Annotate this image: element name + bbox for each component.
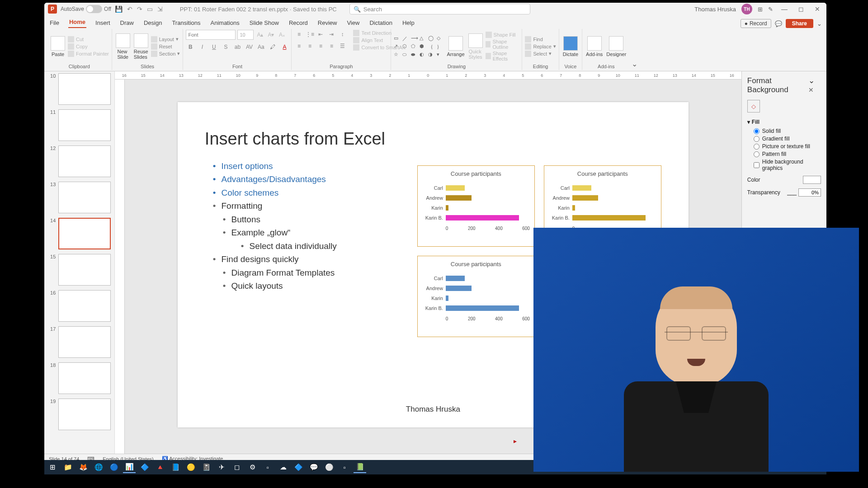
text-direction-button[interactable]: Text Direction	[353, 30, 405, 36]
shape-effects-button[interactable]: Shape Effects	[486, 51, 519, 61]
tab-animations[interactable]: Animations	[210, 18, 241, 28]
font-size-combo[interactable]	[237, 30, 254, 40]
tab-view[interactable]: View	[346, 18, 360, 28]
section-button[interactable]: Section ▾	[151, 51, 180, 57]
shape-fill-button[interactable]: Shape Fill	[486, 32, 519, 38]
check-hide-bg[interactable]	[754, 162, 760, 168]
underline-icon[interactable]: U	[209, 42, 218, 52]
italic-icon[interactable]: I	[198, 42, 207, 52]
columns-icon[interactable]: ☰	[338, 42, 347, 51]
find-button[interactable]: Find	[525, 36, 556, 42]
replace-button[interactable]: Replace ▾	[525, 43, 556, 50]
tab-review[interactable]: Review	[317, 18, 338, 28]
app-icon-2[interactable]: 📘	[169, 461, 182, 473]
indent-dec-icon[interactable]: ⇤	[316, 30, 325, 39]
chart-0[interactable]: Course participantsCarlAndrewKarinKarin …	[417, 165, 535, 247]
reset-button[interactable]: Reset	[151, 43, 180, 50]
fill-section-header[interactable]: ▾ Fill	[747, 119, 821, 125]
autosave-switch[interactable]	[86, 5, 102, 13]
tab-help[interactable]: Help	[401, 18, 415, 28]
bullets-icon[interactable]: ≡	[294, 30, 303, 39]
present-icon[interactable]: ⊞	[758, 6, 763, 13]
app-icon-10[interactable]: ▫	[338, 461, 351, 473]
fill-tab-icon[interactable]: ◇	[747, 100, 760, 113]
case-icon[interactable]: Aa	[256, 42, 265, 52]
strike-icon[interactable]: S	[221, 42, 230, 52]
explorer-icon[interactable]: 📁	[61, 461, 74, 473]
opt-gradient-fill[interactable]: Gradient fill	[754, 136, 821, 142]
start-icon[interactable]: ⊞	[46, 461, 59, 473]
font-name-combo[interactable]	[186, 30, 236, 40]
shadow-icon[interactable]: ab	[233, 42, 242, 52]
designer-button[interactable]: Designer	[605, 35, 627, 58]
justify-icon[interactable]: ≡	[327, 42, 336, 51]
undo-icon[interactable]: ↶	[127, 5, 132, 13]
dictate-button[interactable]: Dictate	[562, 35, 579, 58]
user-avatar[interactable]: TH	[741, 4, 752, 14]
slide-thumbnails-panel[interactable]: 10111213141516171819	[44, 71, 115, 454]
tab-home[interactable]: Home	[68, 17, 86, 28]
minimize-icon[interactable]: —	[778, 5, 790, 13]
app-icon-1[interactable]: 🔷	[138, 461, 151, 473]
tab-slideshow[interactable]: Slide Show	[249, 18, 280, 28]
thumb-16[interactable]: 16	[48, 290, 111, 322]
quick-styles-button[interactable]: Quick Styles	[467, 33, 484, 61]
opt-picture-fill[interactable]: Picture or texture fill	[754, 143, 821, 150]
maximize-icon[interactable]: ◻	[796, 5, 807, 13]
save-icon[interactable]: 💾	[115, 5, 123, 13]
color-swatch[interactable]	[803, 176, 821, 184]
app-icon-6[interactable]: ▫	[261, 461, 274, 473]
tab-transitions[interactable]: Transitions	[171, 18, 201, 28]
new-slide-button[interactable]: New Slide	[115, 33, 131, 61]
chart-2[interactable]: Course participantsCarlAndrewKarinKarin …	[417, 256, 535, 337]
indent-inc-icon[interactable]: ⇥	[327, 30, 336, 39]
thumb-12[interactable]: 12	[48, 145, 111, 177]
cut-button[interactable]: Cut	[68, 36, 109, 42]
numbering-icon[interactable]: ⋮≡	[305, 30, 314, 39]
share-button[interactable]: Share	[786, 19, 813, 28]
collapse-ribbon-icon[interactable]: ⌄	[630, 58, 639, 70]
radio-pattern[interactable]	[754, 151, 760, 157]
app-icon-9[interactable]: ⚪	[323, 461, 335, 473]
shape-outline-button[interactable]: Shape Outline	[486, 39, 519, 50]
align-text-button[interactable]: Align Text	[353, 37, 405, 43]
paste-button[interactable]: Paste	[50, 35, 66, 58]
thumb-17[interactable]: 17	[48, 326, 111, 358]
copy-button[interactable]: Copy	[68, 43, 109, 50]
thumb-13[interactable]: 13	[48, 182, 111, 213]
onenote-icon[interactable]: 📓	[200, 461, 212, 473]
pen-icon[interactable]: ✎	[768, 6, 773, 13]
reuse-slides-button[interactable]: Reuse Slides	[133, 33, 149, 61]
app-icon-3[interactable]: 🟡	[184, 461, 197, 473]
thumb-18[interactable]: 18	[48, 362, 111, 394]
app-icon-4[interactable]: ◻	[231, 461, 243, 473]
highlight-icon[interactable]: 🖍	[268, 42, 277, 52]
whatsapp-icon[interactable]: 💬	[307, 461, 320, 473]
search-box[interactable]: 🔍 Search	[349, 4, 530, 14]
spacing-icon[interactable]: AV	[245, 42, 254, 52]
decrease-font-icon[interactable]: A▾	[266, 30, 275, 39]
clear-format-icon[interactable]: Aₓ	[277, 30, 286, 39]
transparency-slider[interactable]: ⎯⎯⎯	[787, 189, 797, 196]
pane-options-icon[interactable]: ⌄	[808, 76, 815, 85]
powerpoint-taskbar-icon[interactable]: 📊	[123, 461, 136, 473]
vlc-icon[interactable]: 🔺	[154, 461, 166, 473]
record-button[interactable]: ● Record	[741, 19, 771, 28]
line-spacing-icon[interactable]: ↕	[338, 30, 347, 39]
excel-taskbar-icon[interactable]: 📗	[354, 461, 366, 473]
layout-button[interactable]: Layout ▾	[151, 36, 180, 42]
align-left-icon[interactable]: ≡	[294, 42, 303, 51]
ribbon-options-icon[interactable]: ⌄	[817, 20, 822, 27]
radio-gradient[interactable]	[754, 136, 760, 142]
chrome-icon[interactable]: 🌐	[92, 461, 105, 473]
transparency-input[interactable]	[798, 188, 821, 197]
telegram-icon[interactable]: ✈	[215, 461, 228, 473]
app-icon-8[interactable]: 🔷	[292, 461, 305, 473]
edge-icon[interactable]: 🔵	[108, 461, 120, 473]
tab-record[interactable]: Record	[288, 18, 309, 28]
thumb-11[interactable]: 11	[48, 109, 111, 141]
pane-close-icon[interactable]: ✕	[808, 86, 814, 94]
bold-icon[interactable]: B	[186, 42, 195, 52]
touch-icon[interactable]: ⇲	[157, 5, 163, 13]
align-right-icon[interactable]: ≡	[316, 42, 325, 51]
